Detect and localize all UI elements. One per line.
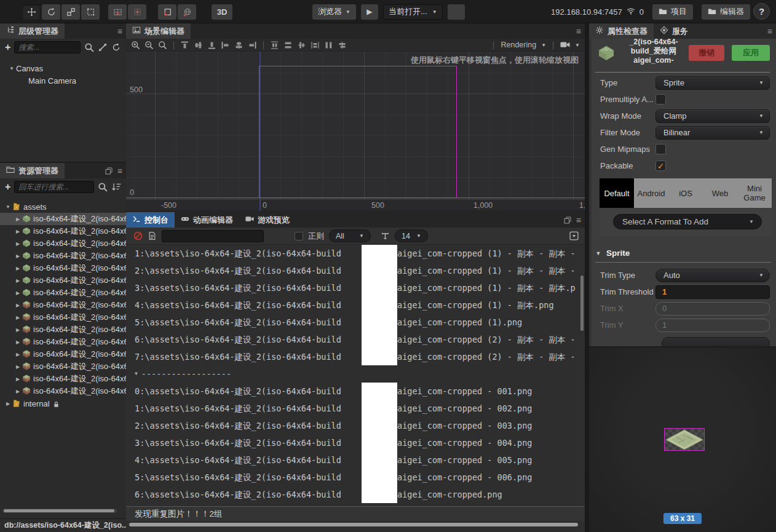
console-log-line[interactable]: 5:\assets\iso-64x64-建设_2(iso-64x64-build… bbox=[126, 314, 585, 331]
console-log-line[interactable]: 0:\assets\iso-64x64-建设_2(iso-64x64-build… bbox=[126, 383, 585, 400]
add-asset-button[interactable]: + bbox=[5, 182, 10, 192]
console-log-line[interactable]: 3:\assets\iso-64x64-建设_2(iso-64x64-build… bbox=[126, 434, 585, 451]
asset-item[interactable]: ▶iso-64x64-建设_2(iso-64x6 bbox=[0, 373, 126, 385]
console-log-line[interactable]: 1:\assets\iso-64x64-建设_2(iso-64x64-build… bbox=[126, 245, 585, 262]
console-log-line[interactable]: 5:\assets\iso-64x64-建设_2(iso-64x64-build… bbox=[126, 469, 585, 486]
collapse-logs-icon[interactable] bbox=[569, 231, 579, 240]
expand-arrow-icon[interactable]: ▶ bbox=[15, 216, 21, 222]
sort-icon[interactable] bbox=[111, 182, 121, 192]
collapse-arrow-icon[interactable]: ▼ bbox=[135, 365, 138, 383]
console-log-line[interactable]: 7:\assets\iso-64x64-建设_2(iso-64x64-build… bbox=[126, 348, 585, 365]
rendering-mode-select[interactable]: Rendering bbox=[501, 41, 536, 49]
tab-scene-editor[interactable]: 场景编辑器 bbox=[126, 23, 191, 39]
hierarchy-search-input[interactable] bbox=[14, 41, 81, 54]
panel-menu-icon[interactable]: ≡ bbox=[576, 216, 581, 224]
search-icon[interactable] bbox=[84, 42, 94, 52]
refresh-icon[interactable] bbox=[111, 42, 121, 52]
clear-console-icon[interactable] bbox=[133, 231, 143, 240]
platform-tab-mini-game[interactable]: MiniGame bbox=[737, 178, 772, 208]
asset-item[interactable]: ▶iso-64x64-建设_2(iso-64x6 bbox=[0, 336, 126, 348]
select-trim-type[interactable]: Auto▼ bbox=[655, 269, 770, 282]
assets-hscrollbar[interactable] bbox=[2, 509, 117, 513]
undo-button[interactable]: 撤销 bbox=[689, 45, 724, 61]
panel-splitter[interactable] bbox=[585, 23, 589, 532]
tab-animation-editor[interactable]: 动画编辑器 bbox=[175, 212, 239, 228]
panel-menu-icon[interactable]: ≡ bbox=[576, 27, 581, 36]
corner-red-button[interactable] bbox=[158, 4, 176, 20]
dist-left-icon[interactable] bbox=[311, 41, 320, 50]
platform-tab-ios[interactable]: iOS bbox=[668, 178, 703, 208]
format-select[interactable]: Select A Format To Add ▼ bbox=[613, 214, 762, 229]
rotate-tool-button[interactable] bbox=[42, 4, 60, 20]
console-filter-input[interactable] bbox=[162, 230, 264, 242]
asset-item[interactable]: ▶iso-64x64-建设_2(iso-64x6 bbox=[0, 225, 126, 237]
asset-item[interactable]: ▶iso-64x64-建设_2(iso-64x6 bbox=[0, 348, 126, 360]
expand-arrow-icon[interactable]: ▶ bbox=[15, 376, 21, 382]
asset-item[interactable]: ▶iso-64x64-建设_2(iso-64x6 bbox=[0, 360, 126, 373]
console-log-line[interactable]: 3:\assets\iso-64x64-建设_2(iso-64x64-build… bbox=[126, 279, 585, 296]
align-vmid-icon[interactable] bbox=[194, 41, 203, 50]
rect-tool-button[interactable] bbox=[81, 4, 100, 20]
dist-top-icon[interactable] bbox=[270, 41, 279, 50]
tab-assets[interactable]: 资源管理器 bbox=[0, 163, 65, 178]
asset-item[interactable]: ▶iso-64x64-建设_2(iso-64x6 bbox=[0, 237, 126, 250]
tree-node-internal[interactable]: ▶internal bbox=[0, 397, 126, 410]
apply-button[interactable]: 应用 bbox=[732, 45, 770, 61]
platform-tab-default[interactable]: Default bbox=[600, 178, 634, 208]
expand-arrow-icon[interactable]: ▶ bbox=[15, 266, 21, 271]
refresh-button[interactable] bbox=[448, 4, 465, 20]
console-log-line[interactable]: 1:\assets\iso-64x64-建设_2(iso-64x64-build… bbox=[126, 400, 585, 417]
tree-node-assets-root[interactable]: ▼assets bbox=[0, 200, 126, 213]
input-trim-threshold[interactable]: 1 bbox=[655, 285, 770, 299]
anchor-grid-button[interactable] bbox=[108, 4, 127, 20]
expand-arrow-icon[interactable]: ▶ bbox=[15, 352, 21, 357]
log-file-icon[interactable] bbox=[148, 231, 157, 240]
expand-arrow-icon[interactable]: ▶ bbox=[5, 401, 11, 407]
search-icon[interactable] bbox=[98, 182, 108, 192]
console-log-line[interactable]: 4:\assets\iso-64x64-建设_2(iso-64x64-build… bbox=[126, 451, 585, 469]
add-node-button[interactable]: + bbox=[5, 42, 10, 52]
console-group-divider[interactable]: ▼------------------ bbox=[126, 365, 585, 383]
anchor-plus-button[interactable] bbox=[128, 4, 146, 20]
expand-arrow-icon[interactable]: ▶ bbox=[15, 389, 21, 394]
tree-node-canvas[interactable]: ▼ Canvas bbox=[0, 62, 126, 74]
console-vscrollbar[interactable] bbox=[580, 276, 584, 331]
font-size-select[interactable]: 14 ▼ bbox=[395, 229, 428, 242]
3d-toggle-button[interactable]: 3D bbox=[212, 4, 232, 20]
align-left-icon[interactable] bbox=[221, 41, 230, 50]
asset-item[interactable]: ▶iso-64x64-建设_2(iso-64x6 bbox=[0, 262, 126, 274]
expand-arrow-icon[interactable]: ▶ bbox=[15, 229, 21, 234]
console-log-line[interactable]: 2:\assets\iso-64x64-建设_2(iso-64x64-build… bbox=[126, 262, 585, 279]
expand-arrow-icon[interactable]: ▶ bbox=[15, 303, 21, 308]
dist-hmid-icon[interactable] bbox=[324, 41, 333, 50]
asset-item[interactable]: ▶iso-64x64-建设_2(iso-64x6 bbox=[0, 324, 126, 336]
expand-arrow-icon[interactable]: ▶ bbox=[15, 290, 21, 296]
dist-right-icon[interactable] bbox=[338, 41, 347, 50]
asset-item[interactable]: ▶iso-64x64-建设_2(iso-64x6 bbox=[0, 213, 126, 225]
select-type[interactable]: Sprite▼ bbox=[655, 76, 770, 90]
popout-icon[interactable] bbox=[564, 216, 571, 224]
scale-tool-button[interactable] bbox=[61, 4, 80, 20]
tab-inspector[interactable]: 属性检查器 bbox=[589, 23, 654, 39]
move-tool-button[interactable] bbox=[22, 4, 41, 20]
asset-item[interactable]: ▶iso-64x64-建设_2(iso-64x6 bbox=[0, 274, 126, 287]
console-log-line[interactable]: 6:\assets\iso-64x64-建设_2(iso-64x64-build… bbox=[126, 331, 585, 348]
platform-tab-web[interactable]: Web bbox=[703, 178, 737, 208]
console-log-line[interactable]: 4:\assets\iso-64x64-建设_2(iso-64x64-build… bbox=[126, 296, 585, 314]
scene-canvas[interactable]: 使用鼠标右键平移视窗焦点，使用滚轮缩放视图 500 0 bbox=[126, 52, 585, 199]
asset-item[interactable]: ▶iso-64x64-建设_2(iso-64x6 bbox=[0, 250, 126, 262]
align-hmid-icon[interactable] bbox=[234, 41, 243, 50]
zoom-in-icon[interactable] bbox=[131, 41, 140, 50]
checkbox-gen-mipmaps[interactable] bbox=[655, 144, 666, 154]
expand-arrow-icon[interactable]: ▶ bbox=[15, 278, 21, 284]
locate-icon[interactable] bbox=[98, 42, 108, 52]
platform-tab-android[interactable]: Android bbox=[634, 178, 668, 208]
asset-item[interactable]: ▶iso-64x64-建设_2(iso-64x6 bbox=[0, 311, 126, 324]
browser-select[interactable]: 浏览器 ▼ bbox=[312, 4, 356, 20]
console-hscrollbar[interactable] bbox=[129, 523, 582, 527]
assets-search-input[interactable] bbox=[14, 181, 94, 193]
open-project-button[interactable]: 项目 bbox=[652, 4, 693, 20]
open-editor-button[interactable]: 编辑器 bbox=[702, 4, 750, 20]
play-button[interactable]: ▶ bbox=[361, 4, 378, 20]
expand-arrow-icon[interactable]: ▶ bbox=[15, 364, 21, 370]
